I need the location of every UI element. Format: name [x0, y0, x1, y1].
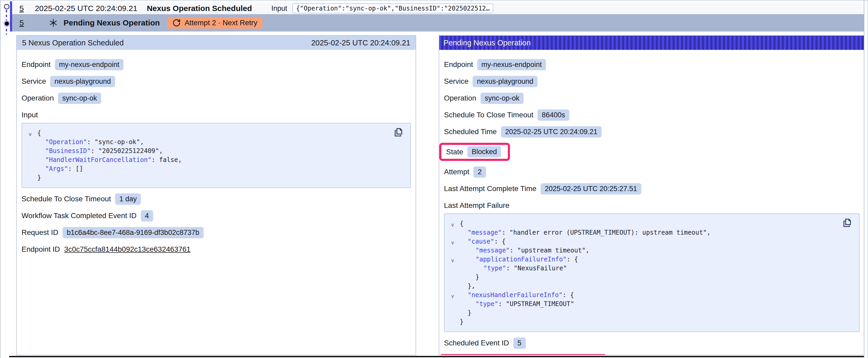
header-column-divider	[471, 1, 472, 3]
field-row-endpoint-id: Endpoint ID3c0c75ccfa8144b092c13ce632463…	[22, 243, 411, 255]
field-value-chip: 86400s	[537, 109, 569, 121]
json-line-content: "type": "UPSTREAM_TIMEOUT"	[460, 299, 574, 308]
event-detail-panels: 5 Nexus Operation Scheduled 2025-02-25 U…	[16, 35, 865, 355]
field-row-workflow-task-completed-event-id: Workflow Task Completed Event ID4	[22, 210, 411, 222]
field-label: Workflow Task Completed Event ID	[22, 211, 136, 220]
field-label: Request ID	[22, 228, 58, 237]
event-id-link[interactable]: 5	[20, 19, 24, 27]
field-value-chip: nexus-playground	[50, 76, 115, 87]
panel-timestamp: 2025-02-25 UTC 20:24:09.21	[311, 39, 410, 47]
field-value-chip: 2	[473, 166, 486, 178]
copy-icon	[841, 218, 852, 228]
json-line-content: "message": "upstream timeout",	[460, 246, 590, 255]
event-timestamp: 2025-02-25 UTC 20:24:09.21	[35, 4, 137, 13]
field-row-operation: Operationsync-op-ok	[22, 92, 411, 104]
json-line-content: "BusinessID": "20250225122409",	[37, 147, 163, 155]
field-label: Scheduled Event ID	[444, 339, 509, 347]
field-row-schedule-to-close-timeout: Schedule To Close Timeout86400s	[444, 109, 860, 121]
field-row-service: Servicenexus-playground	[444, 75, 860, 87]
json-line-content: }	[460, 273, 479, 282]
event-row-pending-nexus-operation[interactable]: 5 Pending Nexus Operation Attempt 2 · Ne…	[12, 14, 864, 32]
field-value-chip: 2025-02-25 UTC 20:25:27.51	[541, 183, 641, 194]
scrollbar-gutter	[864, 1, 868, 358]
json-line: "type": "NexusFailure"	[451, 264, 853, 273]
field-value-chip: nexus-playground	[473, 76, 537, 87]
json-line: "Operation": "sync-op-ok",	[28, 137, 404, 147]
attempt-badge-label: Attempt 2 · Next Retry	[184, 19, 257, 27]
attempt-retry-badge: Attempt 2 · Next Retry	[167, 17, 262, 29]
field-row-scheduled-time: Scheduled Time2025-02-25 UTC 20:24:09.21	[444, 126, 860, 137]
json-line: "message": "handler error (UPSTREAM_TIME…	[451, 228, 853, 237]
selected-event-indicator-bar	[10, 1, 12, 32]
failure-section-label: Last Attempt Failure	[444, 201, 860, 210]
collapse-chevron-icon[interactable]: ∨	[451, 238, 460, 247]
collapse-chevron-icon[interactable]: ∨	[451, 256, 460, 265]
panel-pending-nexus-operation: Pending Nexus Operation Endpointmy-nexus…	[439, 35, 865, 355]
field-row-state: StateBlocked	[444, 143, 860, 161]
json-line-content: },	[460, 282, 475, 291]
field-value-chip: Blocked	[467, 146, 501, 158]
input-preview-chip: {"Operation":"sync-op-ok","BusinessID":"…	[292, 3, 493, 13]
json-line: "HandlerWaitForCancellation": false,	[28, 155, 404, 164]
json-line: }	[451, 308, 853, 317]
field-label: Schedule To Close Timeout	[22, 195, 111, 203]
field-row-request-id: Request IDb1c6a4bc-8ee7-468a-9169-df3b02…	[22, 227, 411, 238]
failure-json-viewer: ∨{"message": "handler error (UPSTREAM_TI…	[444, 214, 860, 332]
copy-icon	[393, 127, 403, 137]
field-value-chip: 2025-02-25 UTC 20:24:09.21	[501, 126, 601, 137]
json-line-gutter	[451, 283, 460, 292]
json-line-content: "Args": []	[37, 164, 83, 173]
field-row-scheduled-event-id: Scheduled Event ID5	[444, 337, 860, 349]
field-label: Scheduled Time	[444, 128, 497, 136]
copy-button[interactable]	[841, 218, 852, 229]
json-line-gutter	[28, 148, 37, 157]
json-line-content: "nexusHandlerFailureInfo": {	[460, 291, 574, 299]
json-line-gutter	[451, 310, 460, 319]
retry-icon	[172, 19, 181, 27]
field-label: Operation	[22, 94, 54, 102]
field-value-chip: 5	[513, 337, 526, 349]
input-inline-label: Input	[271, 4, 287, 12]
json-line-content: "message": "handler error (UPSTREAM_TIME…	[460, 228, 711, 237]
json-line: "BusinessID": "20250225122409",	[28, 147, 404, 155]
json-line-content: {	[37, 129, 41, 137]
field-row-last-attempt-complete-time: Last Attempt Complete Time2025-02-25 UTC…	[444, 183, 860, 194]
panel-header: 5 Nexus Operation Scheduled 2025-02-25 U…	[17, 36, 415, 50]
field-value-chip: my-nexus-endpoint	[55, 59, 124, 70]
json-line-gutter	[451, 274, 460, 283]
json-line: },	[451, 282, 853, 291]
json-line: ∨"nexusHandlerFailureInfo": {	[451, 291, 853, 299]
json-line-gutter	[28, 157, 37, 166]
copy-button[interactable]	[393, 127, 404, 138]
collapse-chevron-icon[interactable]: ∨	[28, 130, 37, 139]
field-label: State	[446, 148, 463, 156]
json-line-content: }	[37, 173, 41, 182]
field-label: Schedule To Close Timeout	[444, 111, 533, 119]
json-line: "Args": []	[28, 164, 404, 173]
event-row-nexus-operation-scheduled[interactable]: 5 2025-02-25 UTC 20:24:09.21 Nexus Opera…	[12, 3, 864, 14]
annotation-highlight-box: StateBlocked	[439, 143, 510, 161]
json-line-gutter	[451, 229, 460, 238]
filled-circle-timeline-marker-icon	[3, 20, 10, 27]
filled-circle-core	[5, 22, 9, 26]
panel-header: Pending Nexus Operation	[439, 36, 864, 50]
json-line-content: "cause": {	[460, 237, 506, 246]
panel-nexus-operation-scheduled: 5 Nexus Operation Scheduled 2025-02-25 U…	[16, 35, 416, 355]
event-id-link[interactable]: 5	[20, 4, 24, 13]
json-line: "message": "upstream timeout",	[451, 246, 853, 255]
json-line-content: {	[460, 219, 463, 228]
field-row-service: Servicenexus-playground	[22, 75, 411, 87]
panel-body: Endpointmy-nexus-endpointServicenexus-pl…	[439, 50, 864, 355]
collapse-chevron-icon[interactable]: ∨	[451, 221, 460, 229]
field-value-chip: 4	[141, 210, 153, 222]
collapse-chevron-icon[interactable]: ∨	[451, 292, 460, 301]
field-value-link[interactable]: 3c0c75ccfa8144b092c13ce632463761	[64, 245, 190, 254]
pending-asterisk-icon	[49, 19, 58, 27]
input-json-viewer: ∨{"Operation": "sync-op-ok","BusinessID"…	[22, 123, 411, 188]
json-line-content: }	[460, 308, 471, 317]
json-line: }	[451, 273, 853, 282]
field-row-endpoint: Endpointmy-nexus-endpoint	[444, 59, 860, 70]
field-row-operation: Operationsync-op-ok	[444, 92, 860, 104]
json-line: "type": "UPSTREAM_TIMEOUT"	[451, 299, 853, 308]
json-line: ∨{	[451, 219, 853, 228]
